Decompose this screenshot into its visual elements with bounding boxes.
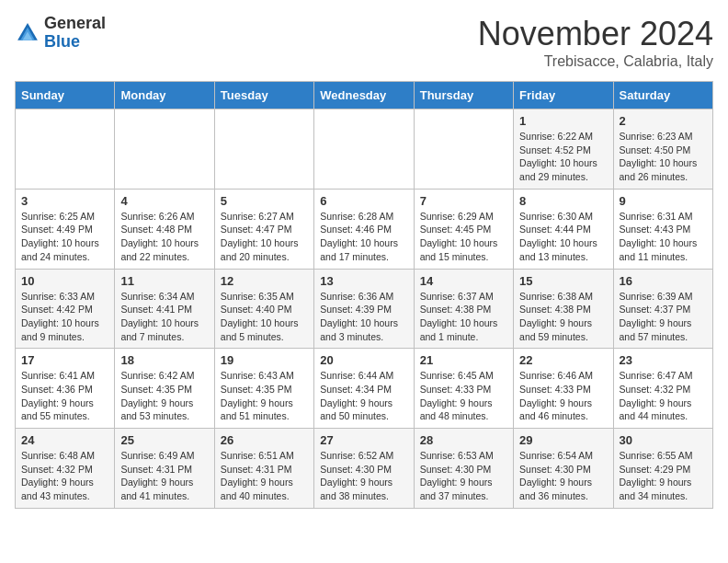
calendar-cell: 17Sunrise: 6:41 AM Sunset: 4:36 PM Dayli… bbox=[16, 349, 115, 429]
day-info: Sunrise: 6:31 AM Sunset: 4:43 PM Dayligh… bbox=[620, 210, 707, 264]
day-number: 3 bbox=[21, 194, 108, 208]
calendar-table: SundayMondayTuesdayWednesdayThursdayFrid… bbox=[15, 81, 713, 509]
calendar-cell: 29Sunrise: 6:54 AM Sunset: 4:30 PM Dayli… bbox=[514, 429, 613, 509]
day-info: Sunrise: 6:37 AM Sunset: 4:38 PM Dayligh… bbox=[420, 290, 507, 344]
calendar-cell: 13Sunrise: 6:36 AM Sunset: 4:39 PM Dayli… bbox=[314, 269, 414, 349]
day-number: 10 bbox=[21, 274, 108, 288]
day-info: Sunrise: 6:36 AM Sunset: 4:39 PM Dayligh… bbox=[320, 290, 407, 344]
day-info: Sunrise: 6:28 AM Sunset: 4:46 PM Dayligh… bbox=[320, 210, 407, 264]
calendar-week-row: 17Sunrise: 6:41 AM Sunset: 4:36 PM Dayli… bbox=[16, 349, 713, 429]
header-row: SundayMondayTuesdayWednesdayThursdayFrid… bbox=[16, 82, 713, 109]
month-title: November 2024 bbox=[478, 15, 713, 53]
calendar-cell: 5Sunrise: 6:27 AM Sunset: 4:47 PM Daylig… bbox=[214, 189, 313, 269]
calendar-cell: 19Sunrise: 6:43 AM Sunset: 4:35 PM Dayli… bbox=[214, 349, 313, 429]
day-number: 13 bbox=[320, 274, 407, 288]
day-number: 12 bbox=[221, 274, 308, 288]
day-number: 15 bbox=[519, 274, 607, 288]
calendar-header: SundayMondayTuesdayWednesdayThursdayFrid… bbox=[16, 82, 713, 109]
day-info: Sunrise: 6:29 AM Sunset: 4:45 PM Dayligh… bbox=[420, 210, 507, 264]
calendar-week-row: 24Sunrise: 6:48 AM Sunset: 4:32 PM Dayli… bbox=[16, 429, 713, 509]
calendar-cell: 23Sunrise: 6:47 AM Sunset: 4:32 PM Dayli… bbox=[613, 349, 712, 429]
calendar-cell: 9Sunrise: 6:31 AM Sunset: 4:43 PM Daylig… bbox=[613, 189, 712, 269]
page-header: General Blue November 2024 Trebisacce, C… bbox=[15, 15, 713, 70]
day-number: 20 bbox=[320, 353, 407, 367]
calendar-cell bbox=[115, 109, 214, 190]
day-header: Thursday bbox=[414, 82, 513, 109]
day-number: 18 bbox=[120, 353, 208, 367]
calendar-week-row: 10Sunrise: 6:33 AM Sunset: 4:42 PM Dayli… bbox=[16, 269, 713, 349]
calendar-cell: 8Sunrise: 6:30 AM Sunset: 4:44 PM Daylig… bbox=[514, 189, 613, 269]
calendar-week-row: 1Sunrise: 6:22 AM Sunset: 4:52 PM Daylig… bbox=[16, 109, 713, 190]
calendar-cell: 11Sunrise: 6:34 AM Sunset: 4:41 PM Dayli… bbox=[115, 269, 214, 349]
calendar-cell: 14Sunrise: 6:37 AM Sunset: 4:38 PM Dayli… bbox=[414, 269, 513, 349]
day-number: 24 bbox=[21, 433, 108, 447]
day-number: 7 bbox=[420, 194, 507, 208]
day-info: Sunrise: 6:30 AM Sunset: 4:44 PM Dayligh… bbox=[519, 210, 607, 264]
day-info: Sunrise: 6:26 AM Sunset: 4:48 PM Dayligh… bbox=[120, 210, 208, 264]
logo: General Blue bbox=[15, 15, 106, 52]
calendar-cell: 1Sunrise: 6:22 AM Sunset: 4:52 PM Daylig… bbox=[514, 109, 613, 190]
calendar-cell bbox=[214, 109, 313, 190]
day-number: 27 bbox=[320, 433, 407, 447]
day-number: 2 bbox=[620, 114, 707, 128]
day-header: Saturday bbox=[613, 82, 712, 109]
day-info: Sunrise: 6:42 AM Sunset: 4:35 PM Dayligh… bbox=[120, 369, 208, 423]
day-info: Sunrise: 6:34 AM Sunset: 4:41 PM Dayligh… bbox=[120, 290, 208, 344]
day-info: Sunrise: 6:51 AM Sunset: 4:31 PM Dayligh… bbox=[221, 449, 308, 503]
day-header: Tuesday bbox=[214, 82, 313, 109]
calendar-cell: 21Sunrise: 6:45 AM Sunset: 4:33 PM Dayli… bbox=[414, 349, 513, 429]
day-number: 5 bbox=[221, 194, 308, 208]
calendar-cell: 4Sunrise: 6:26 AM Sunset: 4:48 PM Daylig… bbox=[115, 189, 214, 269]
day-info: Sunrise: 6:23 AM Sunset: 4:50 PM Dayligh… bbox=[620, 130, 707, 184]
calendar-week-row: 3Sunrise: 6:25 AM Sunset: 4:49 PM Daylig… bbox=[16, 189, 713, 269]
day-number: 29 bbox=[519, 433, 607, 447]
day-info: Sunrise: 6:49 AM Sunset: 4:31 PM Dayligh… bbox=[120, 449, 208, 503]
day-number: 19 bbox=[221, 353, 308, 367]
calendar-cell: 24Sunrise: 6:48 AM Sunset: 4:32 PM Dayli… bbox=[16, 429, 115, 509]
day-header: Sunday bbox=[16, 82, 115, 109]
calendar-cell: 27Sunrise: 6:52 AM Sunset: 4:30 PM Dayli… bbox=[314, 429, 414, 509]
day-info: Sunrise: 6:53 AM Sunset: 4:30 PM Dayligh… bbox=[420, 449, 507, 503]
title-block: November 2024 Trebisacce, Calabria, Ital… bbox=[478, 15, 713, 70]
day-info: Sunrise: 6:25 AM Sunset: 4:49 PM Dayligh… bbox=[21, 210, 108, 264]
logo-text: General Blue bbox=[44, 15, 106, 52]
day-info: Sunrise: 6:41 AM Sunset: 4:36 PM Dayligh… bbox=[21, 369, 108, 423]
day-info: Sunrise: 6:22 AM Sunset: 4:52 PM Dayligh… bbox=[519, 130, 607, 184]
day-header: Wednesday bbox=[314, 82, 414, 109]
day-header: Friday bbox=[514, 82, 613, 109]
calendar-body: 1Sunrise: 6:22 AM Sunset: 4:52 PM Daylig… bbox=[16, 109, 713, 509]
calendar-cell: 28Sunrise: 6:53 AM Sunset: 4:30 PM Dayli… bbox=[414, 429, 513, 509]
location: Trebisacce, Calabria, Italy bbox=[478, 53, 713, 70]
day-header: Monday bbox=[115, 82, 214, 109]
day-info: Sunrise: 6:45 AM Sunset: 4:33 PM Dayligh… bbox=[420, 369, 507, 423]
calendar-cell bbox=[414, 109, 513, 190]
day-number: 21 bbox=[420, 353, 507, 367]
day-number: 11 bbox=[120, 274, 208, 288]
calendar-cell: 30Sunrise: 6:55 AM Sunset: 4:29 PM Dayli… bbox=[613, 429, 712, 509]
day-info: Sunrise: 6:46 AM Sunset: 4:33 PM Dayligh… bbox=[519, 369, 607, 423]
day-info: Sunrise: 6:55 AM Sunset: 4:29 PM Dayligh… bbox=[620, 449, 707, 503]
day-number: 8 bbox=[519, 194, 607, 208]
day-info: Sunrise: 6:35 AM Sunset: 4:40 PM Dayligh… bbox=[221, 290, 308, 344]
day-number: 28 bbox=[420, 433, 507, 447]
day-info: Sunrise: 6:44 AM Sunset: 4:34 PM Dayligh… bbox=[320, 369, 407, 423]
day-number: 23 bbox=[620, 353, 707, 367]
calendar-cell: 12Sunrise: 6:35 AM Sunset: 4:40 PM Dayli… bbox=[214, 269, 313, 349]
day-info: Sunrise: 6:48 AM Sunset: 4:32 PM Dayligh… bbox=[21, 449, 108, 503]
calendar-cell bbox=[16, 109, 115, 190]
day-number: 14 bbox=[420, 274, 507, 288]
day-info: Sunrise: 6:52 AM Sunset: 4:30 PM Dayligh… bbox=[320, 449, 407, 503]
calendar-cell: 7Sunrise: 6:29 AM Sunset: 4:45 PM Daylig… bbox=[414, 189, 513, 269]
day-number: 4 bbox=[120, 194, 208, 208]
calendar-cell: 16Sunrise: 6:39 AM Sunset: 4:37 PM Dayli… bbox=[613, 269, 712, 349]
day-number: 6 bbox=[320, 194, 407, 208]
day-info: Sunrise: 6:47 AM Sunset: 4:32 PM Dayligh… bbox=[620, 369, 707, 423]
calendar-cell: 22Sunrise: 6:46 AM Sunset: 4:33 PM Dayli… bbox=[514, 349, 613, 429]
calendar-cell: 26Sunrise: 6:51 AM Sunset: 4:31 PM Dayli… bbox=[214, 429, 313, 509]
day-info: Sunrise: 6:54 AM Sunset: 4:30 PM Dayligh… bbox=[519, 449, 607, 503]
day-info: Sunrise: 6:43 AM Sunset: 4:35 PM Dayligh… bbox=[221, 369, 308, 423]
calendar-cell: 3Sunrise: 6:25 AM Sunset: 4:49 PM Daylig… bbox=[16, 189, 115, 269]
day-info: Sunrise: 6:39 AM Sunset: 4:37 PM Dayligh… bbox=[620, 290, 707, 344]
logo-icon bbox=[15, 20, 40, 46]
calendar-cell: 10Sunrise: 6:33 AM Sunset: 4:42 PM Dayli… bbox=[16, 269, 115, 349]
